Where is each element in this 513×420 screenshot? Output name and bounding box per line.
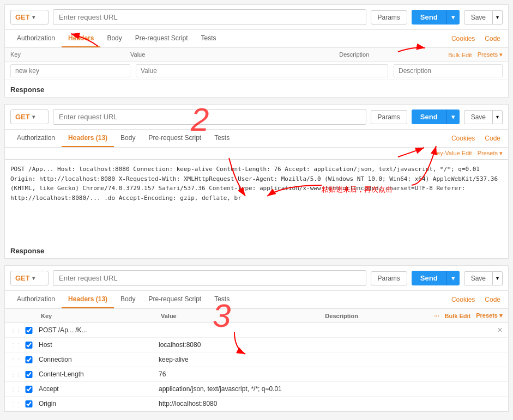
- raw-headers-2[interactable]: POST /App... Host: localhost:8080 Connec…: [5, 160, 508, 241]
- cell-key: Content-Length: [39, 370, 159, 378]
- tab-tests-3[interactable]: Tests: [208, 291, 236, 308]
- tab-body-1[interactable]: Body: [100, 30, 128, 47]
- desc-input-1[interactable]: [394, 64, 503, 77]
- row-checkbox[interactable]: [23, 342, 34, 349]
- request-bar-3: GET ▾ Params Send ▾ Save ▾: [5, 266, 508, 291]
- url-input-2[interactable]: [53, 109, 366, 125]
- request-bar-1: GET ▾ Params Send ▾ Save ▾: [5, 5, 508, 30]
- method-selector-3[interactable]: GET ▾: [10, 271, 49, 285]
- method-label-1: GET: [15, 13, 30, 21]
- send-button-3[interactable]: Send: [412, 271, 446, 285]
- params-button-2[interactable]: Params: [371, 110, 407, 124]
- method-arrow-1: ▾: [32, 14, 35, 20]
- tab-body-3[interactable]: Body: [114, 291, 142, 308]
- row-checkbox[interactable]: [23, 400, 34, 407]
- save-button-2[interactable]: Save: [464, 110, 493, 124]
- presets-link-2[interactable]: Presets ▾: [478, 150, 503, 157]
- table-row: ⋮⋮Originhttp://localhost:8080: [5, 397, 508, 411]
- table-row: ⋮⋮Acceptapplication/json, text/javascrip…: [5, 382, 508, 397]
- drag-handle[interactable]: ⋮⋮: [10, 342, 21, 348]
- kv-edit-link-2[interactable]: Key-Value Edit: [433, 150, 472, 157]
- tab-authorization-2[interactable]: Authorization: [10, 130, 62, 147]
- cell-key: Host: [39, 341, 159, 349]
- col-desc-label-1: Description: [339, 51, 448, 58]
- send-button-1[interactable]: Send: [412, 10, 446, 25]
- params-button-3[interactable]: Params: [371, 271, 407, 285]
- tabs-bar-2: Authorization Headers (13) Body Pre-requ…: [5, 130, 508, 148]
- cookies-link-2[interactable]: Cookies: [449, 130, 477, 147]
- table-row: ⋮⋮Content-Length76: [5, 367, 508, 382]
- row-checkbox[interactable]: [23, 327, 34, 334]
- drag-handle[interactable]: ⋮⋮: [10, 357, 21, 363]
- response-label-2: Response: [5, 241, 508, 258]
- drag-handle[interactable]: ⋮⋮: [10, 401, 21, 407]
- send-group-2: Send ▾: [412, 109, 460, 124]
- tab-authorization-1[interactable]: Authorization: [10, 30, 62, 47]
- send-dropdown-2[interactable]: ▾: [446, 109, 460, 124]
- dots-3: ···: [434, 313, 439, 319]
- tab-prerequest-1[interactable]: Pre-request Script: [129, 30, 195, 47]
- tab-body-2[interactable]: Body: [114, 130, 142, 147]
- cell-key: POST /Ap... /K...: [39, 326, 159, 334]
- value-input-1[interactable]: [136, 64, 388, 77]
- bulk-edit-1[interactable]: Bulk Edit: [448, 52, 472, 58]
- tab-headers-1[interactable]: Headers: [62, 30, 100, 47]
- save-button-3[interactable]: Save: [464, 271, 493, 285]
- save-group-3: Save ▾: [464, 271, 503, 285]
- save-dropdown-3[interactable]: ▾: [493, 271, 503, 285]
- send-dropdown-3[interactable]: ▾: [446, 271, 460, 285]
- request-bar-2: GET ▾ Params Send ▾ Save ▾: [5, 105, 508, 130]
- col-key-label-1: Key: [10, 51, 130, 58]
- code-link-2[interactable]: Code: [482, 130, 503, 147]
- th-key-3: Key: [41, 313, 161, 319]
- send-group-3: Send ▾: [412, 271, 460, 285]
- tabs-bar-1: Authorization Headers Body Pre-request S…: [5, 30, 508, 48]
- save-dropdown-1[interactable]: ▾: [493, 10, 503, 25]
- tab-prerequest-2[interactable]: Pre-request Script: [142, 130, 208, 147]
- bulk-edit-3[interactable]: Bulk Edit: [445, 313, 471, 319]
- send-dropdown-1[interactable]: ▾: [446, 10, 460, 25]
- delete-row-button[interactable]: ✕: [497, 326, 503, 334]
- row-checkbox[interactable]: [23, 386, 34, 393]
- url-input-3[interactable]: [53, 270, 366, 286]
- cookies-link-1[interactable]: Cookies: [449, 31, 477, 47]
- col-value-label-1: Value: [130, 51, 339, 58]
- row-checkbox[interactable]: [23, 371, 34, 378]
- save-dropdown-2[interactable]: ▾: [493, 110, 503, 124]
- tabs-bar-3: Authorization Headers (13) Body Pre-requ…: [5, 291, 508, 309]
- url-input-1[interactable]: [53, 9, 366, 25]
- presets-3[interactable]: Presets ▾: [476, 312, 503, 319]
- send-button-2[interactable]: Send: [412, 109, 446, 124]
- method-label-2: GET: [15, 113, 30, 121]
- table-header-1: Key Value Description Bulk Edit Presets …: [5, 48, 508, 62]
- save-group-2: Save ▾: [464, 110, 503, 124]
- tab-authorization-3[interactable]: Authorization: [10, 291, 62, 308]
- presets-1[interactable]: Presets ▾: [478, 51, 503, 58]
- code-link-1[interactable]: Code: [482, 31, 503, 47]
- drag-handle[interactable]: ⋮⋮: [10, 386, 21, 392]
- row-checkbox[interactable]: [23, 356, 34, 363]
- save-group-1: Save ▾: [464, 10, 503, 25]
- tab-headers-3[interactable]: Headers (13): [62, 291, 114, 308]
- table-row: ⋮⋮POST /Ap... /K...✕: [5, 323, 508, 338]
- drag-handle[interactable]: ⋮⋮: [10, 372, 21, 378]
- cookies-link-3[interactable]: Cookies: [449, 291, 477, 308]
- method-selector-2[interactable]: GET ▾: [10, 109, 49, 124]
- cell-key: Origin: [39, 400, 159, 407]
- header-input-row-1: [5, 62, 508, 80]
- code-link-3[interactable]: Code: [482, 291, 503, 308]
- tab-prerequest-3[interactable]: Pre-request Script: [142, 291, 208, 308]
- method-arrow-2: ▾: [32, 114, 35, 120]
- tab-tests-1[interactable]: Tests: [194, 30, 222, 47]
- params-button-1[interactable]: Params: [371, 10, 407, 25]
- method-selector-1[interactable]: GET ▾: [10, 10, 49, 25]
- tab-headers-2[interactable]: Headers (13): [62, 130, 114, 147]
- cell-value: application/json, text/javascript, */*; …: [159, 385, 394, 393]
- send-group-1: Send ▾: [412, 10, 460, 25]
- drag-handle[interactable]: ⋮⋮: [10, 327, 21, 333]
- cell-key: Connection: [39, 356, 159, 363]
- tab-right-2: Cookies Code: [449, 130, 503, 147]
- key-input-1[interactable]: [10, 64, 130, 77]
- save-button-1[interactable]: Save: [464, 10, 493, 25]
- tab-tests-2[interactable]: Tests: [208, 130, 236, 147]
